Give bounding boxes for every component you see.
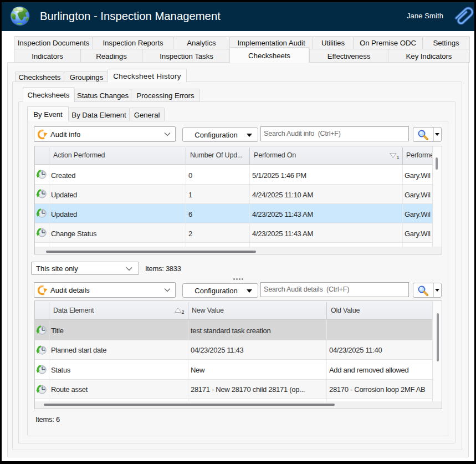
svg-text:1: 1 [397, 155, 400, 160]
svg-text:2: 2 [182, 309, 185, 314]
